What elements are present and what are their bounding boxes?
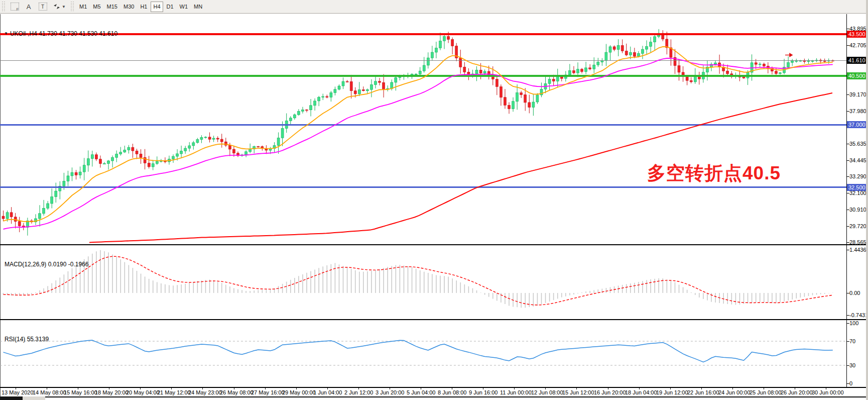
time-tick-mark bbox=[576, 387, 577, 389]
time-label: 26 May 08:00 bbox=[220, 389, 254, 395]
scale-tick-mark bbox=[847, 383, 849, 384]
time-tick-mark bbox=[358, 387, 359, 389]
scale-tick-mark bbox=[847, 176, 849, 177]
time-label: 20 May 04:00 bbox=[126, 389, 160, 395]
time-label: 22 Jun 16:00 bbox=[687, 389, 719, 395]
time-tick-mark bbox=[701, 387, 702, 389]
scale-tick-mark bbox=[847, 29, 849, 29]
time-tick-mark bbox=[109, 387, 109, 389]
time-label: 18 May 20:00 bbox=[95, 389, 129, 395]
toolbar-grip-2[interactable] bbox=[71, 2, 74, 12]
time-label: 24 May 23:00 bbox=[188, 389, 222, 395]
macd-tick-1.4436: 1.4436 bbox=[849, 247, 866, 253]
time-label: 2 Jun 12:00 bbox=[344, 389, 374, 395]
time-label: 8 Jun 08:00 bbox=[438, 389, 467, 395]
main-macd-divider[interactable] bbox=[0, 244, 868, 245]
macd-indicator-label: MACD(12,26,9) 0.0190 -0.1966 bbox=[5, 261, 88, 268]
time-label: 14 May 08:00 bbox=[33, 389, 66, 395]
time-label: 13 May 2020 bbox=[2, 389, 34, 395]
snap-grid-icon[interactable]: F bbox=[8, 1, 21, 13]
timeframe-button-w1[interactable]: W1 bbox=[177, 2, 191, 12]
price-tick-30.91: 30.910 bbox=[849, 207, 866, 213]
price-tick-33.29: 33.290 bbox=[849, 173, 866, 179]
time-label: 29 May 00:00 bbox=[282, 389, 316, 395]
chart-title-text: UKOil-,H4 41.730 41.730 41.530 41.610 bbox=[10, 30, 117, 37]
time-label: 18 Jun 04:00 bbox=[625, 389, 657, 395]
time-tick-mark bbox=[234, 387, 234, 389]
time-label: 3 Jun 20:00 bbox=[376, 389, 405, 395]
price-badge-40_500: 40.500 bbox=[847, 72, 868, 79]
rsi-line bbox=[4, 340, 833, 362]
time-tick-mark bbox=[327, 387, 328, 389]
time-label: 9 Jun 16:00 bbox=[469, 389, 498, 395]
time-tick-mark bbox=[826, 387, 826, 389]
timeframe-button-h4[interactable]: H4 bbox=[151, 2, 163, 12]
price-scale-border bbox=[846, 14, 847, 387]
time-label: 27 May 16:00 bbox=[251, 389, 285, 395]
scale-tick-mark bbox=[847, 242, 849, 243]
rsi-tick-0: 0 bbox=[849, 380, 852, 386]
scale-tick-mark bbox=[847, 365, 849, 366]
time-label: 24 Jun 00:00 bbox=[718, 389, 751, 395]
time-label: 26 Jun 20:00 bbox=[781, 389, 813, 395]
time-tick-mark bbox=[764, 387, 764, 389]
price-badge-43_500: 43.500 bbox=[847, 31, 868, 38]
scale-tick-mark bbox=[847, 193, 849, 193]
price-tick-37.98: 37.980 bbox=[849, 108, 866, 114]
time-tick-mark bbox=[483, 387, 483, 389]
time-tick-mark bbox=[16, 387, 16, 389]
scale-tick-mark bbox=[847, 315, 849, 316]
price-tick-28.565: 28.565 bbox=[849, 239, 866, 245]
chart-menu-arrow-icon[interactable]: ▼ bbox=[4, 31, 8, 36]
text-box-icon[interactable]: T bbox=[36, 1, 49, 13]
time-label: 15 Jun 12:00 bbox=[562, 389, 594, 395]
time-tick-mark bbox=[171, 387, 172, 389]
price-tick-35.635: 35.635 bbox=[849, 141, 866, 147]
price-tick-34.445: 34.445 bbox=[849, 157, 866, 163]
timeframe-button-h1[interactable]: H1 bbox=[138, 2, 150, 12]
scale-tick-mark bbox=[847, 94, 849, 95]
time-label: 16 Jun 20:00 bbox=[594, 389, 626, 395]
window-right-edge bbox=[866, 0, 868, 400]
time-label: 5 Jun 04:00 bbox=[407, 389, 436, 395]
sell-arrow-marker bbox=[785, 54, 792, 57]
time-tick-mark bbox=[732, 387, 733, 389]
time-label: 25 Jun 08:00 bbox=[750, 389, 782, 395]
arrow-objects-icon[interactable]: ▼ bbox=[50, 1, 68, 13]
dropdown-caret-icon: ▼ bbox=[62, 5, 66, 9]
ma-fast-line bbox=[4, 47, 833, 222]
toolbar-grip[interactable] bbox=[2, 2, 6, 12]
text-label-icon[interactable]: A bbox=[22, 1, 35, 13]
price-tick-29.72: 29.720 bbox=[849, 223, 866, 229]
timeframe-button-mn[interactable]: MN bbox=[191, 2, 205, 12]
chart-annotation-text: 多空转折点40.5 bbox=[647, 161, 781, 186]
scale-tick-mark bbox=[847, 210, 849, 210]
time-tick-mark bbox=[78, 387, 78, 389]
price-badge-41_610: 41.610 bbox=[847, 57, 868, 64]
time-tick-mark bbox=[140, 387, 141, 389]
scale-tick-mark bbox=[847, 45, 849, 46]
macd-tick-0: 0.00 bbox=[849, 290, 860, 296]
time-tick-mark bbox=[47, 387, 47, 389]
price-badge-32_500: 32.500 bbox=[847, 184, 868, 191]
time-tick-mark bbox=[670, 387, 671, 389]
chart-canvas[interactable] bbox=[0, 14, 846, 387]
price-tick-42.705: 42.705 bbox=[849, 42, 866, 48]
time-tick-mark bbox=[265, 387, 266, 389]
macd-signal-line bbox=[4, 256, 833, 305]
timeframe-button-group: M1M5M15M30H1H4D1W1MN bbox=[76, 2, 205, 12]
scale-tick-mark bbox=[847, 111, 849, 112]
timeframe-button-m15[interactable]: M15 bbox=[104, 2, 120, 12]
timeframe-button-m1[interactable]: M1 bbox=[77, 2, 89, 12]
macd-rsi-divider[interactable] bbox=[0, 319, 868, 320]
window-bottom-border bbox=[45, 396, 868, 397]
time-label: 11 Jun 00:00 bbox=[500, 389, 532, 395]
ma-medium-line bbox=[4, 58, 833, 229]
timeframe-button-m5[interactable]: M5 bbox=[90, 2, 103, 12]
scale-tick-mark bbox=[847, 160, 849, 161]
timeframe-button-m30[interactable]: M30 bbox=[121, 2, 137, 12]
rsi-indicator-label: RSI(14) 55.3139 bbox=[5, 336, 49, 343]
scale-tick-mark bbox=[847, 226, 849, 227]
price-badge-37_000: 37.000 bbox=[847, 121, 868, 128]
timeframe-button-d1[interactable]: D1 bbox=[164, 2, 176, 12]
